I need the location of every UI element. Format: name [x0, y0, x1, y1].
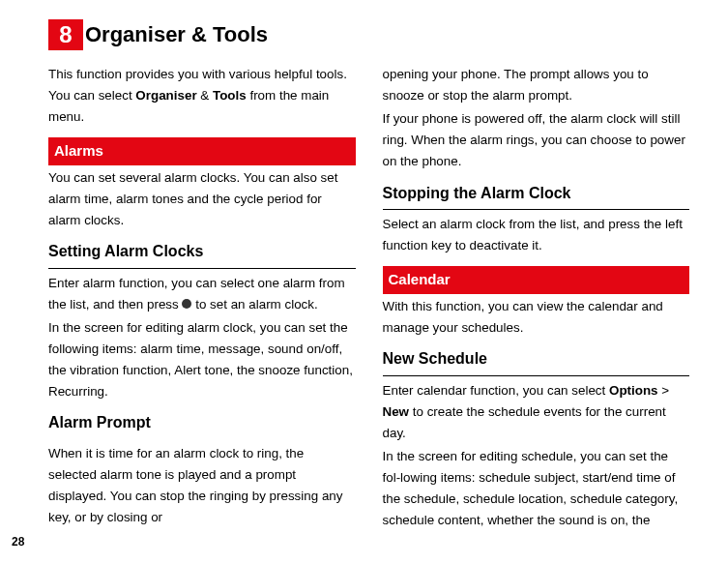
calendar-intro: With this function, you can view the cal… — [383, 296, 690, 339]
newsched-p2: In the screen for editing schedule, you … — [383, 446, 690, 531]
chapter-header: 8 Organiser & Tools — [48, 19, 689, 50]
ok-key-icon — [182, 299, 191, 309]
newsched-gt: > — [658, 383, 670, 398]
intro-paragraph: This function provides you with various … — [48, 64, 356, 128]
setting-alarm-heading: Setting Alarm Clocks — [48, 239, 356, 268]
intro-tools: Tools — [213, 88, 247, 103]
prompt-p2: If your phone is powered off, the alarm … — [383, 108, 690, 172]
chapter-title: Organiser & Tools — [85, 22, 268, 47]
setting-p1-post: to set an alarm clock. — [191, 297, 317, 312]
alarms-bar-label: Alarms — [54, 142, 103, 159]
prompt-p1: When it is time for an alarm clock to ri… — [48, 443, 356, 528]
newsched-new: New — [383, 404, 410, 419]
stopping-heading: Stopping the Alarm Clock — [383, 181, 690, 210]
newsched-p1: Enter calendar function, you can select … — [383, 380, 690, 444]
alarms-intro: You can set several alarm clocks. You ca… — [48, 167, 356, 231]
intro-organiser: Organiser — [135, 88, 196, 103]
right-column: opening your phone. The prompt allows yo… — [383, 64, 690, 533]
stopping-p1: Select an alarm clock from the list, and… — [383, 214, 690, 256]
page-number: 28 — [12, 535, 24, 549]
content-columns: This function provides you with various … — [48, 64, 689, 533]
alarms-section-bar: Alarms — [48, 137, 356, 165]
newsched-post: to create the schedule events for the cu… — [383, 404, 666, 440]
prompt-continuation: opening your phone. The prompt allows yo… — [383, 64, 690, 106]
new-schedule-heading: New Schedule — [383, 346, 690, 375]
calendar-bar-label: Calendar — [389, 271, 451, 287]
alarm-prompt-heading: Alarm Prompt — [48, 410, 356, 438]
intro-amp: & — [197, 88, 213, 103]
newsched-options: Options — [609, 383, 658, 398]
calendar-section-bar: Calendar — [383, 266, 690, 294]
left-column: This function provides you with various … — [48, 64, 356, 533]
setting-p2: In the screen for editing alarm clock, y… — [48, 317, 356, 402]
chapter-number-box: 8 — [48, 19, 83, 50]
newsched-pre: Enter calendar function, you can select — [383, 383, 609, 398]
setting-p1: Enter alarm function, you can select one… — [48, 273, 356, 315]
chapter-number: 8 — [59, 21, 72, 48]
